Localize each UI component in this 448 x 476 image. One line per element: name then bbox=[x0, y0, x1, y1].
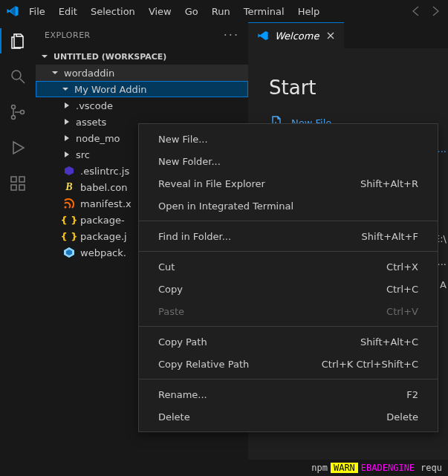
menu-item-label: New Folder... bbox=[158, 156, 221, 167]
explorer-title: EXPLORER bbox=[45, 30, 91, 40]
menu-item-label: Find in Folder... bbox=[158, 231, 231, 242]
menu-selection[interactable]: Selection bbox=[84, 3, 142, 20]
json-icon: { } bbox=[61, 230, 77, 242]
json-icon: { } bbox=[61, 214, 77, 226]
menu-item-label: Copy bbox=[158, 284, 183, 295]
context-menu-item[interactable]: New Folder... bbox=[139, 150, 438, 172]
context-menu-item[interactable]: New File... bbox=[139, 128, 438, 150]
tree-item-label: src bbox=[76, 149, 90, 160]
tree-item-label: manifest.x bbox=[80, 198, 132, 209]
folder-row-child[interactable]: My Word Addin bbox=[36, 81, 248, 97]
menu-item-label: Open in Integrated Terminal bbox=[158, 200, 293, 212]
vscode-logo-icon bbox=[3, 1, 22, 21]
close-icon[interactable] bbox=[325, 30, 337, 42]
context-menu-item[interactable]: Copy Relative PathCtrl+K Ctrl+Shift+C bbox=[139, 353, 438, 375]
tree-item-label: babel.con bbox=[80, 182, 128, 193]
menu-terminal[interactable]: Terminal bbox=[237, 3, 291, 20]
context-menu-item: PasteCtrl+V bbox=[139, 300, 438, 322]
context-menu-item[interactable]: Find in Folder...Shift+Alt+F bbox=[139, 225, 438, 247]
explorer-more-icon[interactable]: ··· bbox=[224, 28, 239, 42]
svg-point-2 bbox=[12, 116, 16, 120]
activity-bar bbox=[0, 22, 36, 460]
activity-source-control-icon[interactable] bbox=[0, 100, 36, 125]
context-menu-item[interactable]: Copy PathShift+Alt+C bbox=[139, 330, 438, 353]
menu-item-shortcut: Shift+Alt+F bbox=[362, 231, 418, 242]
eslint-icon bbox=[61, 165, 77, 177]
webpack-icon bbox=[61, 247, 77, 258]
menu-separator bbox=[139, 251, 438, 252]
context-menu-item[interactable]: Rename...F2 bbox=[139, 383, 438, 405]
tree-item-label: .eslintrc.js bbox=[80, 166, 129, 177]
status-requ: requ bbox=[418, 463, 445, 473]
chevron-right-icon bbox=[61, 132, 73, 144]
tree-item-label: package- bbox=[80, 215, 125, 226]
xml-icon bbox=[61, 198, 77, 209]
context-menu-item[interactable]: CopyCtrl+C bbox=[139, 278, 438, 300]
tab-bar: Welcome bbox=[248, 22, 448, 48]
babel-icon: B bbox=[61, 181, 77, 193]
folder-row[interactable]: .vscode bbox=[36, 97, 248, 114]
menu-separator bbox=[139, 379, 438, 379]
chevron-down-icon bbox=[59, 83, 71, 95]
svg-rect-4 bbox=[11, 177, 16, 182]
tree-item-label: .vscode bbox=[76, 100, 113, 111]
workspace-header[interactable]: UNTITLED (WORKSPACE) bbox=[36, 48, 248, 65]
activity-extensions-icon[interactable] bbox=[0, 171, 36, 196]
menu-separator bbox=[139, 221, 438, 221]
menu-item-label: Cut bbox=[158, 261, 175, 273]
menu-file[interactable]: File bbox=[22, 3, 52, 20]
menu-item-shortcut: Ctrl+V bbox=[386, 306, 418, 317]
context-menu-item[interactable]: CutCtrl+X bbox=[139, 255, 438, 278]
menu-edit[interactable]: Edit bbox=[52, 3, 84, 20]
tree-item-label: node_mo bbox=[76, 133, 120, 144]
tree-item-label: webpack. bbox=[80, 247, 126, 258]
chevron-down-icon bbox=[39, 50, 51, 62]
menu-item-shortcut: Delete bbox=[386, 411, 418, 423]
context-menu-item[interactable]: Open in Integrated Terminal bbox=[139, 195, 438, 217]
svg-marker-8 bbox=[65, 166, 74, 175]
svg-rect-6 bbox=[19, 185, 25, 190]
svg-point-0 bbox=[12, 71, 21, 79]
menu-run[interactable]: Run bbox=[205, 3, 237, 20]
folder-row-root[interactable]: wordaddin bbox=[36, 65, 248, 81]
menu-item-label: Copy Relative Path bbox=[158, 359, 249, 370]
activity-explorer-icon[interactable] bbox=[0, 28, 36, 53]
nav-forward-icon[interactable] bbox=[426, 5, 445, 17]
status-ebad: EBADENGINE bbox=[358, 463, 418, 473]
status-bar: npm WARN EBADENGINE requ bbox=[0, 460, 448, 476]
menu-item-label: Delete bbox=[158, 411, 190, 423]
svg-point-1 bbox=[12, 105, 16, 109]
context-menu: New File...New Folder...Reveal in File E… bbox=[138, 123, 438, 432]
menu-item-shortcut: Ctrl+K Ctrl+Shift+C bbox=[322, 359, 418, 370]
context-menu-item[interactable]: DeleteDelete bbox=[139, 405, 438, 428]
status-npm: npm bbox=[308, 463, 331, 473]
menu-go[interactable]: Go bbox=[178, 3, 205, 20]
svg-point-3 bbox=[21, 111, 25, 114]
tree-item-label: package.j bbox=[80, 231, 127, 242]
svg-rect-5 bbox=[11, 185, 16, 190]
tab-welcome[interactable]: Welcome bbox=[248, 22, 344, 48]
nav-back-icon[interactable] bbox=[406, 5, 426, 17]
menu-item-shortcut: F2 bbox=[406, 389, 418, 400]
menu-item-shortcut: Ctrl+X bbox=[386, 261, 418, 273]
menu-item-shortcut: Shift+Alt+R bbox=[360, 178, 418, 189]
vscode-logo-icon bbox=[257, 30, 269, 42]
tree-item-label: assets bbox=[76, 117, 106, 128]
menu-help[interactable]: Help bbox=[291, 3, 327, 20]
activity-run-debug-icon[interactable] bbox=[0, 135, 36, 160]
chevron-right-icon bbox=[61, 116, 73, 128]
menu-item-label: New File... bbox=[158, 134, 208, 145]
svg-point-9 bbox=[65, 206, 67, 209]
status-warn: WARN bbox=[331, 463, 358, 473]
context-menu-item[interactable]: Reveal in File ExplorerShift+Alt+R bbox=[139, 172, 438, 195]
menu-view[interactable]: View bbox=[142, 3, 178, 20]
svg-rect-7 bbox=[19, 177, 25, 182]
page-title: Start bbox=[269, 76, 448, 99]
menu-item-label: Rename... bbox=[158, 389, 207, 400]
menu-item-label: Reveal in File Explorer bbox=[158, 178, 265, 189]
menu-item-label: Paste bbox=[158, 306, 184, 317]
chevron-right-icon bbox=[61, 100, 73, 111]
chevron-down-icon bbox=[49, 67, 61, 79]
activity-search-icon[interactable] bbox=[0, 64, 36, 89]
menu-item-label: Copy Path bbox=[158, 336, 207, 348]
